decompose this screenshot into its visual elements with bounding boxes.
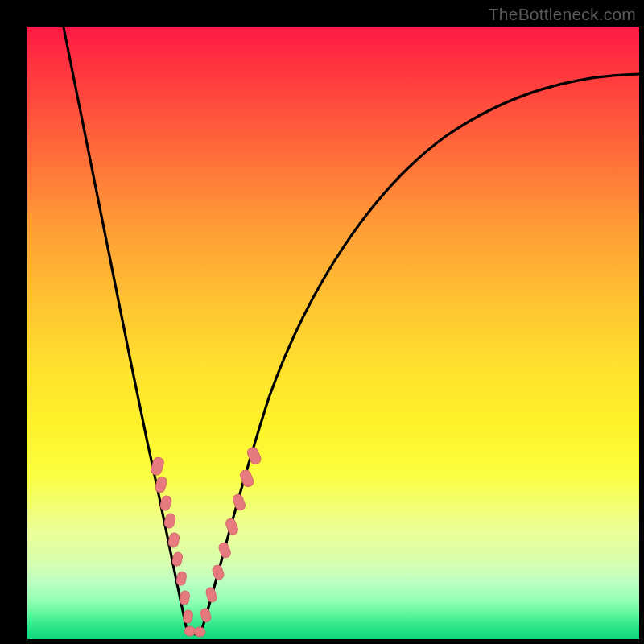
- svg-rect-8: [183, 609, 193, 623]
- outer-frame: TheBottleneck.com: [0, 0, 644, 644]
- svg-rect-13: [212, 564, 225, 581]
- svg-rect-16: [232, 493, 247, 511]
- curve-left-branch: [64, 27, 187, 630]
- svg-rect-5: [171, 551, 183, 567]
- svg-rect-15: [225, 518, 239, 536]
- svg-rect-6: [175, 571, 187, 586]
- svg-rect-2: [159, 495, 172, 511]
- curve-right-branch: [200, 74, 639, 634]
- curve-layer: [27, 27, 639, 639]
- svg-rect-4: [167, 532, 180, 548]
- svg-rect-11: [200, 608, 212, 623]
- svg-rect-12: [205, 587, 218, 603]
- plot-area: [27, 27, 639, 639]
- svg-rect-7: [180, 590, 191, 605]
- svg-point-10: [194, 627, 205, 637]
- watermark-text: TheBottleneck.com: [489, 5, 636, 24]
- svg-rect-14: [217, 541, 232, 559]
- marker-cluster: [150, 446, 262, 637]
- svg-rect-3: [163, 513, 176, 529]
